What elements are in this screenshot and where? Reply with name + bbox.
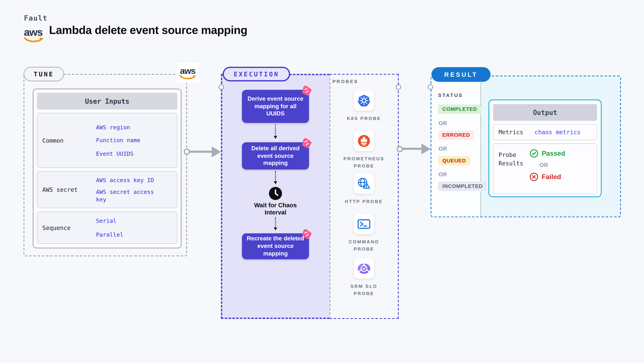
aws-wordmark: aws [180, 66, 195, 75]
output-card: Output Metrics chaos metrics Probe Resul… [488, 99, 602, 197]
check-circle-icon [530, 149, 538, 158]
input-value: Event UUIDS [96, 150, 169, 157]
clock-icon [268, 186, 282, 201]
input-row-label: Common [37, 113, 96, 168]
status-badge-completed: COMPLETED [438, 105, 481, 114]
result-column-separator [480, 76, 481, 217]
output-header: Output [493, 104, 597, 121]
input-row-label: Sequence [37, 212, 96, 243]
terminal-icon [357, 217, 371, 231]
probes-heading: PROBES [332, 79, 358, 84]
input-value: AWS region [96, 123, 169, 131]
result-pill: RESULT [432, 67, 490, 82]
connector-line [189, 151, 212, 153]
step-node-delete: Delete all derived event source mapping [242, 142, 309, 169]
input-value: AWS secret access key [96, 188, 166, 203]
probe-card-prometheus [354, 131, 374, 151]
input-row-aws-secret: AWS secret AWS access key ID AWS secret … [37, 171, 178, 208]
probe-label-prometheus: PROMETHEUS PROBE [341, 155, 387, 169]
step-node-label: Recreate the deleted event source mappin… [246, 235, 305, 258]
flow-connector-arrow [275, 125, 276, 138]
probe-card-http [354, 174, 374, 194]
arrow-right-icon [422, 144, 430, 155]
user-inputs-card: User Inputs Common AWS region Function n… [33, 89, 182, 248]
aws-smile-icon [179, 75, 196, 80]
probe-label-srm-slo: SRM SLO PROBE [341, 283, 387, 297]
diagram-canvas: Fault aws Lambda delete event source map… [0, 0, 644, 363]
input-row-sequence: Sequence Serial Parallel [37, 211, 178, 244]
probe-label-command: COMMAND PROBE [341, 238, 387, 252]
failed-label: Failed [542, 173, 561, 181]
step-node-label: Delete all derived event source mapping [246, 145, 305, 167]
status-badge-incompleted: INCOMPLETED [438, 182, 487, 191]
connector-dot [184, 149, 190, 155]
probe-card-command [354, 214, 374, 234]
input-value: Function name [96, 137, 169, 144]
probe-results-row: Probe Results Passed OR Failed [493, 144, 597, 194]
status-heading: STATUS [438, 93, 463, 98]
input-row-values: AWS access key ID AWS secret access key [96, 172, 169, 208]
fault-kicker: Fault [24, 14, 48, 22]
or-label: OR [439, 146, 447, 152]
passed-outcome: Passed [530, 149, 597, 158]
connector-dot [397, 146, 403, 152]
status-badge-errored: ERRORED [438, 131, 474, 140]
page-title: Lambda delete event source mapping [49, 24, 247, 37]
arrow-right-icon [212, 146, 221, 157]
aws-wordmark: aws [24, 27, 45, 38]
probe-results-label-text: Probe Results [498, 151, 526, 168]
passed-label: Passed [542, 150, 565, 157]
user-inputs-header: User Inputs [37, 93, 178, 109]
flow-connector-arrow [275, 217, 276, 229]
input-row-values: AWS region Function name Event UUIDS [96, 113, 169, 168]
wait-step-label-text: Wait for Chaos Interval [249, 202, 302, 216]
port-circle [218, 84, 224, 90]
or-label: OR [439, 120, 447, 126]
probe-card-k8s [354, 91, 374, 111]
http-globe-warning-icon [356, 177, 372, 191]
aws-smile-icon [24, 37, 44, 43]
aws-logo: aws [24, 27, 45, 45]
x-circle-icon [530, 172, 538, 181]
port-circle [396, 84, 401, 90]
input-row-values: Serial Parallel [96, 212, 169, 243]
probe-label-http: HTTP PROBE [341, 198, 387, 205]
metrics-label: Metrics [498, 129, 535, 136]
slo-donut-check-icon [357, 261, 371, 276]
kubernetes-icon [357, 94, 371, 108]
input-value: Parallel [96, 230, 169, 238]
input-value: AWS access key ID [96, 176, 169, 184]
probe-label-k8s: K8S PROBE [341, 115, 387, 122]
input-row-common: Common AWS region Function name Event UU… [37, 113, 178, 168]
step-node-derive: Derive event source mapping for all UUID… [242, 90, 309, 123]
prometheus-icon [357, 134, 371, 148]
input-value: Serial [96, 217, 169, 225]
metrics-row: Metrics chaos metrics [493, 124, 597, 140]
connector-line [402, 148, 422, 150]
port-circle [428, 84, 433, 90]
probe-outcomes: Passed OR Failed [530, 144, 597, 194]
wait-step-label: Wait for Chaos Interval [242, 202, 309, 216]
probe-card-srm-slo [354, 258, 374, 278]
flow-connector-arrow [275, 171, 276, 183]
execution-pill: EXECUTION [222, 67, 290, 81]
failed-outcome: Failed [530, 172, 597, 181]
or-label: OR [439, 171, 447, 178]
status-badge-queued: QUEUED [438, 156, 470, 165]
tune-aws-logo-card: aws [176, 63, 199, 83]
chaos-metrics-link[interactable]: chaos metrics [535, 129, 580, 136]
input-row-label: AWS secret [37, 172, 96, 208]
or-label: OR [540, 162, 596, 168]
probe-results-label: Probe Results [494, 144, 530, 194]
step-node-recreate: Recreate the deleted event source mappin… [242, 233, 309, 259]
tune-pill: TUNE [24, 67, 64, 81]
step-node-label: Derive event source mapping for all UUID… [246, 95, 305, 118]
